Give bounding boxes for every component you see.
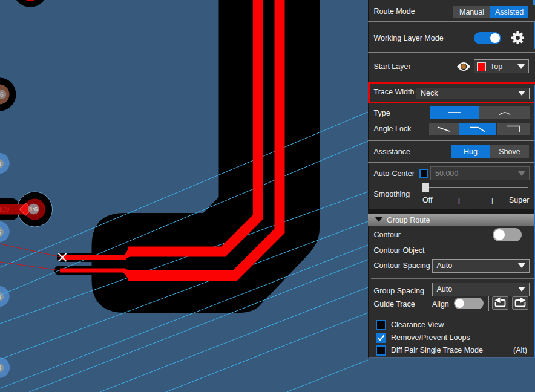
svg-text:6: 6 <box>0 293 1 301</box>
svg-text:6: 6 <box>0 91 4 98</box>
svg-text:6: 6 <box>0 229 1 236</box>
svg-text:1:6: 1:6 <box>30 206 38 212</box>
svg-text:6: 6 <box>0 160 1 168</box>
svg-text:6: 6 <box>0 364 1 371</box>
svg-text:IO9: IO9 <box>0 206 10 213</box>
